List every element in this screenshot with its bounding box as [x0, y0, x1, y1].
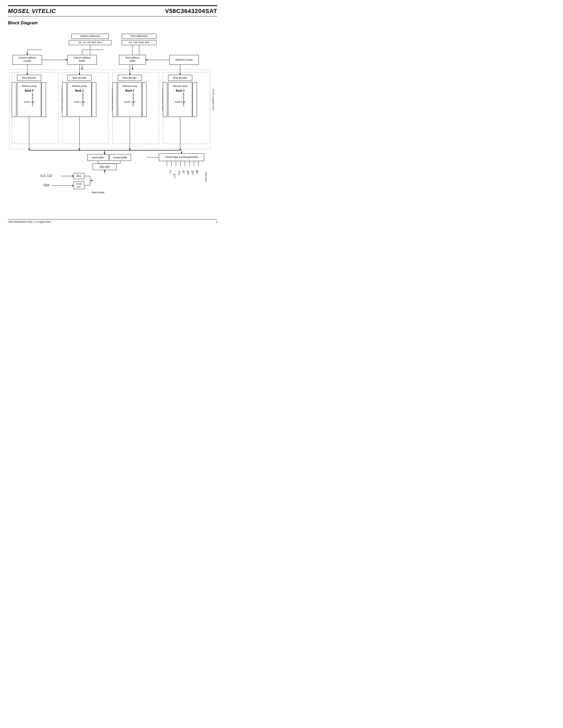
- svg-text:Sense amplifier & I(O) bus: Sense amplifier & I(O) bus: [111, 88, 114, 110]
- svg-text:A0 - A7, AP, BA0, BA1: A0 - A7, AP, BA0, BA1: [78, 41, 102, 44]
- svg-text:Bank 1: Bank 1: [75, 89, 84, 92]
- svg-text:Row decoder: Row decoder: [22, 77, 36, 79]
- svg-text:Bank 0: Bank 0: [25, 89, 34, 92]
- svg-rect-55: [68, 75, 91, 81]
- svg-marker-81: [129, 73, 131, 75]
- svg-text:DM0-DM3: DM0-DM3: [205, 172, 207, 182]
- svg-text:Column decoder: Column decoder: [182, 93, 184, 106]
- svg-text:Control logic & timing generat: Control logic & timing generator: [165, 156, 198, 158]
- svg-text:A0 - A10, BA0, BA1: A0 - A10, BA0, BA1: [129, 41, 150, 44]
- svg-text:CAS̅: CAS̅: [191, 170, 194, 175]
- svg-text:CS̅: CS̅: [182, 170, 185, 174]
- svg-text:Row Addresses: Row Addresses: [131, 35, 147, 37]
- svg-rect-39: [17, 75, 41, 81]
- svg-rect-78: [142, 82, 146, 117]
- svg-rect-72: [118, 82, 142, 117]
- svg-rect-4: [122, 34, 156, 39]
- svg-text:Row address: Row address: [126, 56, 140, 59]
- svg-text:Sense amplifier & I(O) bus: Sense amplifier & I(O) bus: [162, 88, 164, 110]
- svg-rect-6: [122, 40, 156, 45]
- svg-marker-53: [28, 149, 30, 150]
- svg-text:Refresh Counter: Refresh Counter: [175, 59, 193, 61]
- svg-marker-30: [81, 68, 83, 70]
- svg-rect-63: [92, 82, 96, 117]
- svg-rect-84: [163, 72, 209, 144]
- svg-text:Row decoder: Row decoder: [123, 77, 137, 79]
- svg-text:Memory array: Memory array: [22, 85, 37, 87]
- svg-rect-54: [62, 72, 109, 144]
- svg-text:Output buffer: Output buffer: [113, 156, 127, 159]
- svg-text:CLK, CLK̅: CLK, CLK̅: [41, 174, 52, 177]
- svg-marker-96: [179, 73, 181, 75]
- svg-rect-45: [12, 82, 16, 117]
- svg-rect-91: [163, 82, 167, 117]
- svg-text:Sense amplifier & I(O) bus: Sense amplifier & I(O) bus: [212, 88, 214, 110]
- svg-rect-16: [68, 55, 97, 65]
- svg-text:Gen.: Gen.: [77, 186, 81, 188]
- footer-left: V58C3643204SAT Rev. 1.4 August 2001: [8, 221, 51, 223]
- svg-marker-116: [72, 175, 74, 177]
- svg-rect-61: [62, 82, 66, 117]
- svg-text:DQ₀-DQ: DQ₀-DQ: [100, 165, 110, 168]
- svg-marker-34: [132, 68, 133, 70]
- svg-rect-57: [68, 82, 91, 117]
- svg-marker-28: [26, 53, 28, 55]
- svg-text:Row decoder: Row decoder: [72, 77, 86, 79]
- svg-text:buffer: buffer: [79, 60, 85, 62]
- svg-text:Memory array: Memory array: [122, 85, 137, 87]
- svg-marker-101: [104, 153, 105, 154]
- svg-marker-113: [104, 170, 105, 172]
- svg-text:counter: counter: [23, 60, 31, 62]
- svg-text:512K x 32: 512K x 32: [175, 101, 186, 103]
- svg-text:CLK̅: CLK̅: [173, 174, 176, 178]
- svg-rect-117: [74, 173, 84, 179]
- svg-rect-13: [13, 55, 42, 65]
- svg-text:CKE: CKE: [178, 171, 180, 175]
- svg-text:Column decoder: Column decoder: [32, 93, 33, 106]
- svg-rect-22: [169, 55, 199, 65]
- svg-rect-41: [17, 82, 41, 117]
- svg-rect-93: [192, 82, 197, 117]
- svg-text:RAS̅: RAS̅: [187, 170, 189, 175]
- svg-text:Column decoder: Column decoder: [132, 93, 134, 106]
- svg-text:Bank 3: Bank 3: [176, 89, 185, 92]
- part-number: V58C3643204SAT: [165, 8, 217, 15]
- company-logo: MOSEL VITELIC: [8, 8, 56, 15]
- svg-marker-83: [129, 149, 131, 150]
- svg-marker-66: [79, 73, 80, 75]
- svg-rect-69: [113, 72, 159, 144]
- svg-rect-102: [87, 154, 109, 161]
- svg-rect-0: [71, 34, 109, 39]
- svg-marker-98: [179, 149, 181, 150]
- svg-rect-87: [168, 82, 192, 117]
- svg-text:Column address: Column address: [73, 56, 91, 59]
- svg-text:Column Addresses: Column Addresses: [80, 35, 100, 37]
- svg-text:CLK: CLK: [169, 169, 171, 174]
- svg-marker-68: [79, 149, 80, 150]
- svg-rect-37: [9, 70, 211, 149]
- diagram-lines: Column Addresses A0 - A7, AP, BA0, BA1 R…: [8, 29, 217, 214]
- svg-text:512K x 32: 512K x 32: [124, 101, 135, 103]
- svg-rect-85: [168, 75, 192, 81]
- svg-text:Sense amplifier & I(O) bus: Sense amplifier & I(O) bus: [61, 88, 63, 110]
- svg-text:512K x 32: 512K x 32: [24, 101, 35, 103]
- svg-text:Column decoder: Column decoder: [82, 93, 84, 106]
- svg-rect-131: [159, 154, 204, 161]
- svg-rect-19: [119, 55, 146, 65]
- svg-marker-32: [66, 59, 68, 61]
- svg-text:DQS: DQS: [43, 184, 49, 187]
- svg-rect-76: [113, 82, 117, 117]
- svg-text:Strobe: Strobe: [76, 183, 82, 185]
- svg-text:Data Strobe: Data Strobe: [92, 191, 104, 194]
- svg-text:Column address: Column address: [19, 56, 36, 59]
- svg-marker-36: [146, 59, 147, 61]
- svg-text:Memory array: Memory array: [72, 85, 87, 87]
- footer-right: 2: [216, 221, 217, 223]
- svg-text:buffer: buffer: [129, 60, 136, 62]
- svg-marker-121: [72, 185, 74, 186]
- section-title: Block Diagram: [8, 21, 217, 25]
- svg-rect-38: [12, 72, 58, 144]
- header: MOSEL VITELIC V58C3643204SAT: [8, 5, 217, 16]
- svg-text:Row decoder: Row decoder: [173, 77, 187, 79]
- svg-text:WE̅: WE̅: [196, 170, 198, 174]
